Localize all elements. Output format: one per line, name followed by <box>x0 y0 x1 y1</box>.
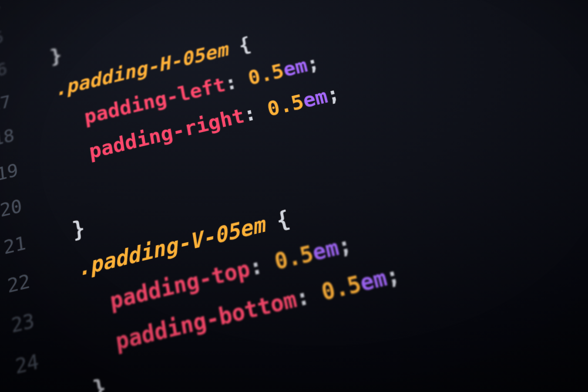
token-brace: { <box>262 206 292 237</box>
line-number: 18 <box>0 120 34 157</box>
token-brace: } <box>49 44 63 68</box>
token-brace: } <box>91 374 108 392</box>
token-brace: } <box>71 216 87 243</box>
code-editor[interactable]: 13.padding-014padding: 0.5em;1516}17.pad… <box>0 0 588 392</box>
token-brace: { <box>225 33 253 59</box>
line-number: 14 <box>0 0 19 26</box>
line-number: 17 <box>0 87 30 123</box>
line-number: 15 <box>0 23 23 57</box>
line-number: 20 <box>0 190 42 229</box>
line-number: 16 <box>0 54 26 89</box>
editor-viewport: 13.padding-014padding: 0.5em;1516}17.pad… <box>0 0 588 392</box>
line-number: 19 <box>0 155 38 193</box>
